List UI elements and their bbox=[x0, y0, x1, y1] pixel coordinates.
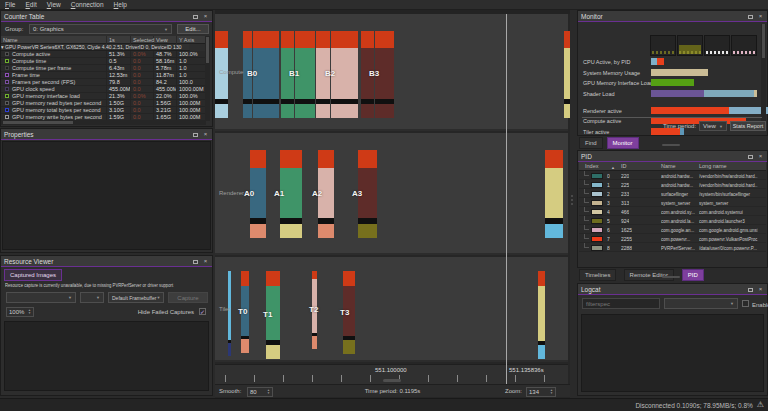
pid-tab-remote-editor[interactable]: Remote Editor bbox=[624, 269, 674, 281]
splitter-handle[interactable] bbox=[662, 144, 680, 146]
pid-row[interactable]: 72255com.powervr...com.powervr.VulkanPos… bbox=[579, 234, 766, 243]
float-icon[interactable] bbox=[193, 133, 198, 137]
menu-edit[interactable]: Edit bbox=[21, 0, 42, 9]
splitter-handle[interactable] bbox=[383, 379, 401, 382]
close-icon[interactable]: × bbox=[202, 131, 209, 138]
pid-tab-timelines[interactable]: Timelines bbox=[579, 269, 616, 281]
smooth-stepper[interactable]: 80 ▲▼ bbox=[247, 387, 273, 397]
pid-row[interactable]: 4466com.android.sy...com.android.systemu… bbox=[579, 207, 766, 216]
timeline-bar-t3[interactable]: T3 bbox=[343, 271, 355, 354]
counter-row[interactable]: Frame time12.53m0.011.87m1.0 bbox=[1, 72, 206, 79]
close-icon[interactable]: × bbox=[202, 258, 209, 265]
group-select[interactable]: 0: Graphics ▼ bbox=[29, 24, 172, 34]
counter-checkbox[interactable] bbox=[5, 73, 9, 77]
splitter-handle[interactable] bbox=[662, 276, 680, 278]
timeline-track-compute[interactable]: ComputeB0B1B2B3 bbox=[215, 14, 568, 131]
pid-row[interactable]: 0220android.hardw.../vendor/bin/hw/andro… bbox=[579, 171, 766, 180]
timeline-bar[interactable] bbox=[538, 271, 545, 359]
close-icon[interactable]: × bbox=[757, 13, 764, 20]
timeline-bar-b1[interactable]: B1 bbox=[295, 31, 315, 118]
counter-checkbox[interactable] bbox=[5, 101, 9, 105]
zoom-stepper[interactable]: 134 ▲▼ bbox=[526, 387, 556, 397]
framebuffer-select[interactable]: Default Framebuffer ▼ bbox=[108, 292, 164, 303]
counter-checkbox[interactable] bbox=[5, 66, 9, 70]
logcat-select[interactable]: ▼ bbox=[664, 298, 738, 309]
counter-table-device-row[interactable]: ▾ GPU PowerVR Series6XT, GX6250, Clyde 4… bbox=[1, 44, 190, 51]
logcat-filter-input[interactable]: filterspec bbox=[582, 298, 660, 309]
counter-row[interactable]: Compute time per frame6.43m0.05.78m1.0 bbox=[1, 65, 206, 72]
pid-column-header[interactable]: Long name bbox=[699, 163, 727, 169]
time-marker-line[interactable] bbox=[506, 14, 507, 384]
counter-row[interactable]: GPU memory total bytes per second3.10G0.… bbox=[1, 107, 206, 114]
float-icon[interactable] bbox=[748, 155, 753, 159]
timeline-bar-a3[interactable]: A3 bbox=[358, 150, 377, 238]
warning-icon[interactable]: ⚠ bbox=[757, 400, 764, 410]
menu-connection[interactable]: Connection bbox=[66, 0, 109, 9]
pid-row[interactable]: 1225android.hardw.../vendor/bin/hw/andro… bbox=[579, 180, 766, 189]
capture-button[interactable]: Capture bbox=[168, 292, 208, 303]
resource-select-1[interactable]: ▼ bbox=[6, 292, 76, 303]
counter-checkbox[interactable] bbox=[5, 108, 9, 112]
timeline-bar-t2[interactable]: T2 bbox=[312, 271, 317, 349]
float-icon[interactable] bbox=[748, 15, 753, 19]
logcat-enable-checkbox[interactable]: ✓ bbox=[742, 300, 749, 307]
timeline-bar[interactable] bbox=[564, 31, 570, 118]
counter-row[interactable]: GPU memory read bytes per second1.50G0.0… bbox=[1, 100, 206, 107]
timeline-bar-a1[interactable]: A1 bbox=[280, 150, 302, 238]
pid-row[interactable]: 3313system_serversystem_server bbox=[579, 198, 766, 207]
pid-column-header[interactable]: Index bbox=[585, 163, 598, 169]
zoom-level-stepper[interactable]: 100% ▲▼ bbox=[6, 307, 34, 317]
tab-captured-images[interactable]: Captured Images bbox=[4, 269, 62, 281]
monitor-time-period-select[interactable]: View ▼ bbox=[699, 121, 727, 131]
stats-report-button[interactable]: Stats Report bbox=[730, 121, 766, 131]
pid-column-header[interactable]: ID bbox=[621, 163, 627, 169]
counter-checkbox[interactable] bbox=[5, 94, 9, 98]
close-icon[interactable]: × bbox=[757, 153, 764, 160]
counter-row[interactable]: Frames per second (FPS)79.80.084.2100.0 bbox=[1, 79, 206, 86]
close-icon[interactable]: × bbox=[202, 13, 209, 20]
timeline-bar[interactable] bbox=[215, 31, 228, 118]
hide-failed-captures-checkbox[interactable]: ✓ bbox=[199, 308, 206, 315]
timeline-bar-a2[interactable]: A2 bbox=[318, 150, 334, 238]
resource-select-2[interactable]: ▼ bbox=[80, 292, 104, 303]
timeline-bar-b2[interactable]: B2 bbox=[331, 31, 358, 118]
float-icon[interactable] bbox=[748, 288, 753, 292]
sort-ascending-icon[interactable]: ▲ bbox=[611, 165, 615, 170]
timeline-track-tiler[interactable]: TilerT0T1T2T3 bbox=[215, 257, 568, 362]
timeline-bar[interactable] bbox=[228, 271, 231, 356]
vertical-splitter[interactable] bbox=[571, 195, 573, 205]
counter-row[interactable]: Compute active51.3%0.0%48.7%100.0% bbox=[1, 51, 206, 58]
counter-table-vscrollbar[interactable] bbox=[205, 36, 210, 121]
float-icon[interactable] bbox=[193, 260, 198, 264]
menu-help[interactable]: Help bbox=[109, 0, 132, 9]
counter-checkbox[interactable] bbox=[5, 115, 9, 119]
timeline-bar-a0[interactable]: A0 bbox=[250, 150, 266, 238]
pid-row[interactable]: 5924com.android.la...com.android.launche… bbox=[579, 216, 766, 225]
pid-row[interactable]: 82288PVRPerfServer.../data/user/0/com.po… bbox=[579, 243, 766, 252]
pid-column-header[interactable]: Name bbox=[661, 163, 676, 169]
float-icon[interactable] bbox=[193, 15, 198, 19]
counter-table-hscrollbar[interactable] bbox=[1, 120, 206, 125]
counter-row[interactable]: Compute time0.50.058.16m1.0 bbox=[1, 58, 206, 65]
timeline-bar-b3[interactable]: B3 bbox=[375, 31, 394, 118]
timeline-bar-b0[interactable]: B0 bbox=[253, 31, 279, 118]
column-header[interactable]: Y Axis bbox=[177, 36, 206, 44]
counter-checkbox[interactable] bbox=[5, 80, 9, 84]
timeline-bar-t1[interactable]: T1 bbox=[266, 271, 280, 359]
counter-row[interactable]: GPU memory interface load21.3%0.0%22.0%1… bbox=[1, 93, 206, 100]
column-header[interactable]: 1s bbox=[107, 36, 131, 44]
column-header[interactable]: View bbox=[154, 36, 177, 44]
timeline-bar-t0[interactable]: T0 bbox=[241, 271, 249, 353]
timeline-track-renderer[interactable]: RendererA0A1A2A3 bbox=[215, 133, 568, 255]
counter-row[interactable]: GPU clock speed455.00M0.0455.00M1000.00M bbox=[1, 86, 206, 93]
close-icon[interactable]: × bbox=[757, 286, 764, 293]
menu-view[interactable]: View bbox=[42, 0, 66, 9]
menu-file[interactable]: File bbox=[0, 0, 21, 9]
counter-checkbox[interactable] bbox=[5, 59, 9, 63]
monitor-tab-find[interactable]: Find bbox=[579, 137, 603, 149]
monitor-vscrollbar[interactable] bbox=[761, 24, 766, 124]
counter-checkbox[interactable] bbox=[5, 87, 9, 91]
pid-row[interactable]: 2233surfaceflinger/system/bin/surfacefli… bbox=[579, 189, 766, 198]
monitor-tab-monitor[interactable]: Monitor bbox=[607, 137, 639, 149]
timeline-bar[interactable] bbox=[545, 150, 563, 238]
